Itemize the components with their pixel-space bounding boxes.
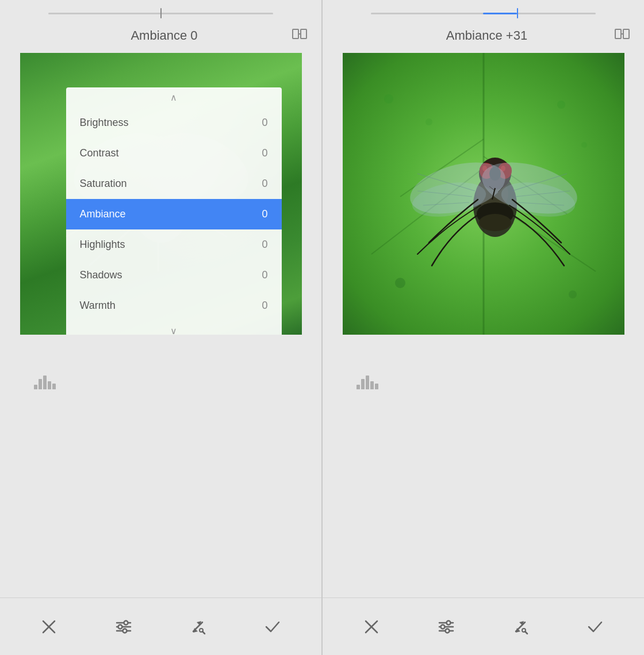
filter-contrast-label: Contrast xyxy=(80,147,119,159)
filter-highlights-label: Highlights xyxy=(80,239,125,251)
filter-ambiance-label: Ambiance xyxy=(80,208,126,220)
hist-bar-r5 xyxy=(375,384,378,389)
right-slider-thumb[interactable] xyxy=(517,8,518,18)
svg-rect-1 xyxy=(301,29,306,39)
hist-bar-5 xyxy=(52,384,56,389)
hist-bar-3 xyxy=(43,376,47,389)
filter-contrast-value: 0 xyxy=(262,147,267,159)
left-slider-thumb[interactable] xyxy=(160,8,162,18)
hist-bar-r4 xyxy=(370,381,374,389)
filter-ambiance-value: 0 xyxy=(262,208,267,220)
right-panel-header: Ambiance +31 xyxy=(323,18,644,53)
svg-point-69 xyxy=(445,629,449,633)
svg-point-42 xyxy=(479,214,511,231)
right-slider-fill xyxy=(483,13,517,14)
svg-point-34 xyxy=(425,118,432,125)
filter-row-saturation[interactable]: Saturation 0 xyxy=(66,168,282,199)
left-confirm-button[interactable] xyxy=(258,612,287,641)
right-bottom-toolbar xyxy=(323,597,644,655)
svg-rect-24 xyxy=(615,29,621,39)
hist-bar-2 xyxy=(39,379,42,389)
right-autofix-button[interactable] xyxy=(506,612,535,641)
svg-point-37 xyxy=(395,278,405,288)
right-adjustments-button[interactable] xyxy=(432,612,461,641)
menu-chevron-up[interactable]: ∧ xyxy=(66,87,282,108)
left-adjustments-button[interactable] xyxy=(109,612,138,641)
svg-line-23 xyxy=(202,631,205,634)
right-slider-track[interactable] xyxy=(371,13,596,14)
svg-point-38 xyxy=(569,290,577,298)
right-image-container xyxy=(343,53,624,335)
left-panel-header: Ambiance 0 xyxy=(0,18,321,53)
filter-row-warmth[interactable]: Warmth 0 xyxy=(66,290,282,321)
right-compare-icon[interactable] xyxy=(614,26,630,45)
right-slider-container[interactable] xyxy=(323,0,644,18)
svg-rect-25 xyxy=(623,29,629,39)
filter-warmth-value: 0 xyxy=(262,300,267,312)
right-panel: Ambiance +31 xyxy=(323,0,644,655)
filter-menu: ∧ Brightness 0 Contrast 0 Saturation 0 A… xyxy=(66,87,282,335)
svg-point-33 xyxy=(384,94,393,104)
svg-point-14 xyxy=(124,620,128,625)
svg-point-67 xyxy=(440,625,444,629)
filter-shadows-label: Shadows xyxy=(80,269,122,281)
svg-line-74 xyxy=(525,631,527,634)
filter-brightness-value: 0 xyxy=(262,117,267,129)
svg-point-35 xyxy=(557,101,565,109)
right-histogram-icon xyxy=(356,376,378,389)
filter-row-contrast[interactable]: Contrast 0 xyxy=(66,138,282,168)
left-compare-icon[interactable] xyxy=(292,26,308,45)
right-confirm-button[interactable] xyxy=(581,612,610,641)
hist-bar-r3 xyxy=(366,376,369,389)
svg-point-36 xyxy=(581,142,587,148)
filter-highlights-value: 0 xyxy=(262,239,267,251)
left-cancel-button[interactable] xyxy=(34,612,63,641)
filter-row-brightness[interactable]: Brightness 0 xyxy=(66,108,282,138)
right-cancel-button[interactable] xyxy=(357,612,386,641)
left-panel-title: Ambiance 0 xyxy=(37,28,292,43)
filter-warmth-label: Warmth xyxy=(80,300,116,312)
menu-chevron-down[interactable]: ∨ xyxy=(66,321,282,335)
filter-shadows-value: 0 xyxy=(262,269,267,281)
hist-bar-r2 xyxy=(361,379,365,389)
svg-rect-0 xyxy=(293,29,298,39)
filter-brightness-label: Brightness xyxy=(80,117,129,129)
left-slider-container[interactable] xyxy=(0,0,321,18)
right-panel-title: Ambiance +31 xyxy=(359,28,614,43)
filter-row-shadows[interactable]: Shadows 0 xyxy=(66,260,282,290)
left-autofix-button[interactable] xyxy=(183,612,212,641)
svg-point-16 xyxy=(118,625,122,629)
right-fly-image xyxy=(343,53,624,335)
hist-bar-r1 xyxy=(356,385,360,389)
left-bottom-toolbar xyxy=(0,597,321,655)
left-histogram-icon xyxy=(34,376,56,389)
hist-bar-4 xyxy=(48,381,51,389)
filter-saturation-value: 0 xyxy=(262,178,267,190)
left-image-container: ∧ Brightness 0 Contrast 0 Saturation 0 A… xyxy=(20,53,302,335)
svg-point-65 xyxy=(446,620,450,625)
hist-bar-1 xyxy=(34,385,37,389)
svg-point-18 xyxy=(122,629,126,633)
left-slider-track[interactable] xyxy=(48,13,273,14)
filter-saturation-label: Saturation xyxy=(80,178,127,190)
filter-row-highlights[interactable]: Highlights 0 xyxy=(66,229,282,260)
left-panel: Ambiance 0 xyxy=(0,0,321,655)
filter-row-ambiance[interactable]: Ambiance 0 xyxy=(66,199,282,229)
